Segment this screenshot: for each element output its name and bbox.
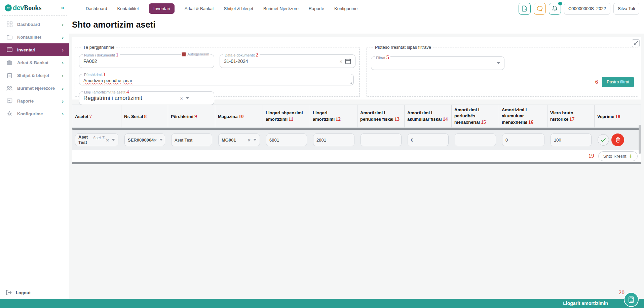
amortization-account-input[interactable]: 2801 [313,133,354,146]
collapse-panel-button[interactable] [632,39,640,47]
rows-table: Asetet7 Nr. Serial8 Përshkrimi9 Magazina… [72,105,641,164]
bell-icon [552,5,558,12]
sidebar-item-arkat-bankat[interactable]: Arkat & Bankat › [0,56,69,69]
sidebar-item-burimet-njerezore[interactable]: Burimet Njerëzore › [0,82,69,94]
row-description-input[interactable]: Aset Test [171,133,212,146]
navbar-actions: C00000000S 2022 Silva Toli [519,3,644,15]
annotation-5: 5 [386,54,389,61]
period-fiscal-input[interactable] [361,133,402,146]
folder-icon [6,34,13,40]
sidebar-item-label: Burimet Njerëzore [17,86,55,91]
autogenerate-toggle[interactable]: Autogjenerim [181,52,211,56]
inventory-card-icon [6,46,13,53]
cell-am-periudhes-fiskal [357,132,405,148]
column-header-vlera-bruto: Vlera bruto historike17 [547,105,595,128]
chevron-down-icon[interactable] [186,97,189,99]
expense-account-input[interactable]: 6801 [266,133,307,146]
nav-item-inventari[interactable]: Inventari [149,3,175,14]
report-board-icon [6,98,13,104]
sidebar-item-shitjet-blerjet[interactable]: Shitjet & blerjet › [0,69,69,82]
document-date-field[interactable]: Data e dokumentit2 31-01-2024 × [220,54,355,68]
nav-item-shitjet-blerjet[interactable]: Shitjet & blerjet [224,6,253,11]
cell-nr-serial: SER0000004 × [121,132,168,148]
clear-date-icon[interactable]: × [339,59,342,64]
document-number-field[interactable]: Numri i dokumentit1 FA002 Autogjenerim [79,54,214,68]
plus-icon: + [629,153,633,159]
amortization-type-label: Lloji i amortizimit të asetit4 [83,89,130,95]
annotation-3: 3 [103,72,105,77]
filters-select-field[interactable]: Filtrat5 [371,56,504,70]
annotation-10: 10 [239,114,244,119]
period-managerial-input[interactable] [455,133,496,146]
chevron-down-icon[interactable] [112,139,115,141]
clear-type-icon[interactable]: × [180,95,183,101]
sidebar-item-kontabilitet[interactable]: Kontabilitet › [0,31,69,43]
delete-row-button[interactable] [611,133,624,146]
collapse-arrows-icon [634,41,638,45]
serial-select[interactable]: SER0000004 × [124,133,165,146]
sidebar-item-label: Dashboard [17,22,40,27]
logout-button[interactable]: Logout [0,290,37,295]
column-header-pershkrimi: Përshkrimi9 [168,105,215,128]
calculate-amortization-button[interactable] [624,292,639,307]
cell-veprime [595,132,641,148]
chevron-down-icon[interactable] [497,62,500,64]
chat-button[interactable] [534,3,546,15]
resize-handle-icon[interactable] [349,81,352,84]
amortization-type-field[interactable]: Lloji i amortizimit të asetit4 Regjistri… [79,91,214,105]
notification-badge [558,2,562,5]
magazina-select[interactable]: MG001 × [218,133,260,146]
asetet-ghost-label: Aset T... [93,136,108,140]
people-icon [6,85,13,91]
chevron-right-icon: › [62,47,64,53]
horizontal-scrollbar-bottom[interactable] [72,162,641,164]
trash-icon [615,137,620,143]
sidebar-item-dashboard[interactable]: Dashboard › [0,18,69,31]
document-number-value: FA002 [83,59,97,64]
serial-value: SER0000004 [128,138,154,143]
sidebar-item-label: Raporte [17,99,34,104]
chevron-down-icon[interactable] [253,139,257,141]
sidebar-collapse-icon[interactable]: « [61,4,64,11]
asetet-select[interactable]: Aset Test Aset T... × [75,133,118,146]
add-row-button[interactable]: Shto Rresht + [598,151,638,161]
new-document-button[interactable] [519,3,531,15]
clear-icon[interactable]: × [154,137,157,143]
sidebar-item-label: Inventari [17,47,35,52]
cell-magazina: MG001 × [215,132,263,148]
user-menu-button[interactable]: Silva Toli [613,3,639,15]
bottom-action-bar: Llogarit amortizimin [0,299,644,308]
notifications-button[interactable] [549,3,561,15]
nav-item-burimet-njerezore[interactable]: Burimet Njerëzore [263,6,299,11]
sidebar-item-inventari[interactable]: Inventari › [0,43,69,56]
accumulated-managerial-input[interactable]: 0 [502,133,544,146]
logout-label: Logout [16,290,31,295]
vertical-scrollbar[interactable] [639,125,641,154]
annotation-19: 19 [589,153,594,159]
description-label: Përshkrimi3 [83,72,106,77]
sidebar-item-konfigurime[interactable]: Konfigurime › [0,107,69,120]
clear-filters-button[interactable]: Pastro filtrat [602,77,634,87]
top-navbar: Dashboard Kontabilitet Inventari Arkat &… [69,0,644,17]
nav-item-dashboard[interactable]: Dashboard [86,6,107,11]
clear-icon[interactable]: × [248,137,251,143]
nav-item-raporte[interactable]: Raporte [309,6,324,11]
gross-value-input[interactable]: 100 [551,133,592,146]
sidebar-item-raporte[interactable]: Raporte › [0,94,69,107]
sidebar-nav: Dashboard › Kontabilitet › Inventari › A… [0,18,69,120]
nav-item-kontabilitet[interactable]: Kontabilitet [117,6,139,11]
confirm-row-button[interactable] [598,134,609,146]
cell-am-akumuluar-fiskal: 0 [405,132,452,148]
company-selector-button[interactable]: C00000000S 2022 [564,3,610,15]
nav-item-arkat-bankat[interactable]: Arkat & Bankat [185,6,214,11]
table-header-row: Asetet7 Nr. Serial8 Përshkrimi9 Magazina… [72,105,641,128]
calendar-icon[interactable] [345,58,351,64]
general-section-legend: Të përgjithshme [81,45,116,50]
nav-item-konfigurime[interactable]: Konfigurime [334,6,357,11]
accumulated-fiscal-input[interactable]: 0 [408,133,449,146]
chevron-down-icon[interactable] [159,139,163,141]
cell-pershkrimi: Aset Test [168,132,215,148]
annotation-6: 6 [595,79,598,85]
description-field[interactable]: Përshkrimi3 Amortizimperiudhejanar [79,74,354,85]
cell-am-periudhes-menaxherial [452,132,499,148]
